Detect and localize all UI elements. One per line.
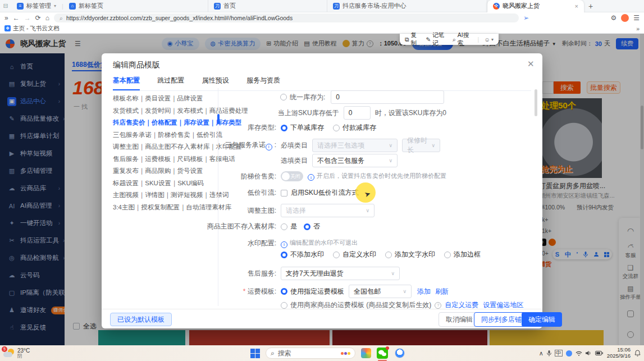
new-tab-button[interactable]: + [588,2,593,11]
tray-notification-icon[interactable] [634,350,641,357]
modal-close-icon[interactable]: ✕ [527,59,535,69]
ladder-price-toggle[interactable]: 关闭 [281,171,303,181]
tray-mic-icon[interactable] [547,350,551,357]
ai-search-button[interactable]: ⌕AI搜索 [453,31,473,47]
bookmark-item[interactable]: ❖ 主页 - 飞书云文档 [4,25,69,33]
low-price-checkbox[interactable] [281,190,287,197]
tray-ime-icon[interactable]: 中 [555,350,563,357]
three-pack-optional-select[interactable]: 不包含三包服务∨ [312,154,398,167]
modal-menu-item[interactable]: 标题设置｜SKU设置｜SKU编码 [113,177,215,190]
url-field[interactable]: ⌕ https://xfdyorder.zzbtool.com/zzb_supe… [54,13,519,22]
material-yes-radio[interactable] [281,223,287,230]
default-template-button[interactable]: 已设为默认模板 [110,313,172,326]
modal-menu-item[interactable]: 模板名称｜类目设置｜品牌设置 [113,93,215,105]
tray-wifi-icon[interactable] [576,351,582,356]
refresh-freight-link[interactable]: 刷新 [435,287,449,296]
screen: ⊟ ≡ 标签管理 ▾ | ⌂ 新标签页 刀 首页 刀 抖店服务市场-应用中心 ✣… [0,0,644,361]
modal-menu-item[interactable]: 主图视频｜详情图｜测评短视频｜违禁词 [113,189,215,202]
modal-tab[interactable]: 服务与资质 [246,76,280,89]
menu-scroll-indicator [217,114,220,124]
question-icon: ? [435,302,441,309]
watermark-option[interactable]: 添加边框 [444,250,481,259]
freight-template-select[interactable]: 全国包邮∨ [349,285,412,298]
taskbar-weather[interactable]: 5 23°C 阴 [3,348,250,359]
extensions-icon[interactable]: ⚙ [610,14,616,22]
sync-multi-shop-button[interactable]: 同步到多店铺 [474,312,529,327]
tray-sogou-icon[interactable] [566,350,572,357]
material-no-radio[interactable] [304,223,310,230]
copy-button[interactable]: ⧉复制 [405,31,421,47]
modal-menu-item[interactable]: 售后服务｜运费模板｜尺码模板｜客服电话 [113,153,215,166]
window-icon[interactable]: ⊟ [0,2,11,10]
freight-specified-radio[interactable] [281,288,287,295]
stock-type-pay-radio[interactable] [333,125,340,131]
edit-template-modal: 编辑商品模版 ✕ 基本配置 跳过配置 属性预设 服务与资质 模板名称｜类目设置｜… [102,53,542,328]
modal-menu-item[interactable]: 调整主图｜商品主图不存入素材库｜水印配置 [113,141,215,153]
watermark-option[interactable]: 不添加水印 [281,250,324,259]
reload-icon[interactable]: ⟳ [35,14,41,22]
warranty-select[interactable]: 保修时长∨ [402,139,440,152]
watermark-radio[interactable] [444,252,451,258]
tab-manager-icon: ≡ [17,3,24,10]
watermark-radio[interactable] [385,252,392,258]
adjust-image-select[interactable]: 请选择∨ [281,204,374,217]
freight-merchant-radio[interactable] [281,302,287,309]
modal-menu-item[interactable]: 3:4主图｜授权复制配置｜自动清理素材库 [113,202,215,214]
overflow-chevron-icon[interactable]: » [4,14,8,22]
modal-tab[interactable]: 属性预设 [202,76,229,89]
three-pack-required-select[interactable]: 请选择三包选项∨ [312,139,398,152]
tray-volume-icon[interactable] [586,350,592,356]
profile-avatar[interactable] [621,14,629,22]
three-pack-row: 三包服务承诺i: 必填类目 请选择三包选项∨ 保修时长∨ [221,139,440,152]
modal-menu-item[interactable]: 发货模式｜发货时间｜发布模式｜商品运费处理 [113,105,215,117]
send-to-phone-icon[interactable]: ➢ [523,14,529,22]
modal-menu-item[interactable]: 重复发布｜商品限购｜货号设置 [113,165,215,177]
back-icon[interactable]: ← [13,14,20,22]
low-stock-input[interactable]: 0 [344,106,371,120]
stock-type-order-radio[interactable] [281,125,287,131]
search-icon: ⌕ [60,15,63,22]
stock-type-row: 库存类型: 下单减库存 付款减库存 [221,123,376,132]
no-material-row: 商品主图不存入素材库: 是 否 [221,222,320,231]
after-sale-select[interactable]: 支持7天无理由退货∨ [281,267,400,280]
tab-close-icon[interactable]: × [574,3,578,10]
wechat-taskbar-icon[interactable] [377,348,388,359]
watermark-option[interactable]: 自定义水印 [333,250,376,259]
watermark-radio[interactable] [333,252,340,258]
start-button[interactable] [250,349,260,358]
tab-new[interactable]: ⌂ 新标签页 [63,0,208,12]
tab-home[interactable]: 刀 首页 [208,0,327,12]
watermark-radio[interactable] [281,252,287,258]
freight-row: * 运费模板: 使用指定运费模板 全国包邮∨ 添加 刷新 [221,285,449,298]
confirm-edit-button[interactable]: 确定编辑 [522,312,562,327]
ext-more-button[interactable]: ☺▾ [484,36,494,43]
modal-menu-item[interactable]: 三包服务承诺｜阶梯价售卖｜低价引流 [113,129,215,141]
taskbar-app-icon[interactable] [361,348,371,358]
tray-battery-icon[interactable] [595,351,603,355]
bookmarks-bar: ★ 全部书签 ▆ 常用书签 知 (87 封私信 / 91 ... 电 不锈钢电源… [0,24,644,34]
unify-stock-row: 统一库存为: 0 [280,90,444,104]
watermark-option[interactable]: 添加文字水印 [385,250,435,259]
taskbar-search[interactable]: ⌕ 搜索 [266,348,355,359]
add-freight-link[interactable]: 添加 [417,287,431,296]
forward-icon[interactable]: → [24,14,31,22]
unify-stock-input[interactable]: 0 [331,90,444,104]
modal-scrollbar-thumb[interactable] [535,89,537,116]
bookmarks-overflow-icon[interactable]: » [636,25,640,32]
modal-menu-item[interactable]: 抖店售卖价｜价格配置｜库存设置｜库存类型 [113,117,215,129]
tray-expand-icon[interactable]: ∧ [539,350,543,357]
note-button[interactable]: ✎记笔记 [426,31,447,47]
tab-douyin-market[interactable]: 刀 抖店服务市场-应用中心 [327,0,487,12]
tab-manager-button[interactable]: ≡ 标签管理 ▾ [11,0,62,12]
modal-tab[interactable]: 基本配置 [113,76,140,90]
tray-clock[interactable]: 15:06 2025/9/16 [607,347,631,359]
after-sale-row: 售后服务: 支持7天无理由退货∨ [221,267,400,280]
info-icon: i [266,144,272,150]
browser-menu-icon[interactable]: ☰ [633,14,640,22]
search-icon: ⌕ [453,36,456,43]
unify-stock-radio[interactable] [280,94,287,100]
tab-xiaofeng-active[interactable]: ✣ 晓风搬家上货 × [487,0,584,12]
modal-tab[interactable]: 跳过配置 [157,76,184,89]
browser-taskbar-icon[interactable] [395,348,405,358]
home-button-icon[interactable]: ⌂ [45,14,49,22]
